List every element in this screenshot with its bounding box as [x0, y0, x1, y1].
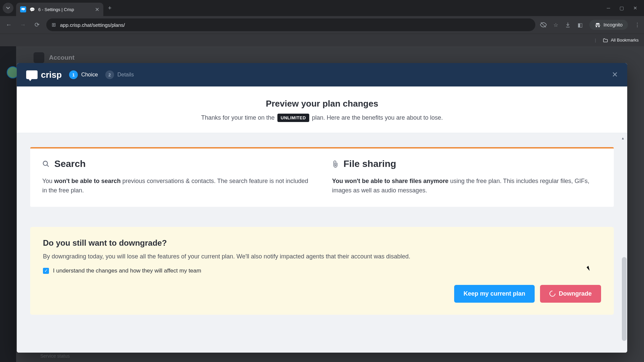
- forward-button[interactable]: →: [18, 21, 28, 28]
- close-window-icon[interactable]: ✕: [633, 5, 637, 11]
- browser-toolbar: ← → ⟳ ⊞ app.crisp.chat/settings/plans/ ☆…: [0, 16, 644, 34]
- close-tab-icon[interactable]: ✕: [95, 6, 99, 13]
- crisp-brand-text: crisp: [41, 70, 62, 80]
- minimize-icon[interactable]: ─: [607, 5, 610, 11]
- feature-description: You won't be able to search previous con…: [42, 177, 312, 195]
- close-modal-button[interactable]: ✕: [612, 70, 618, 79]
- plan-change-modal: crisp 1 Choice 2 Details ✕ Preview your …: [17, 63, 627, 353]
- understand-checkbox[interactable]: ✓: [43, 268, 49, 274]
- folder-icon: [603, 38, 608, 43]
- step-choice[interactable]: 1 Choice: [69, 70, 98, 79]
- svg-line-2: [47, 165, 49, 167]
- step-number: 2: [105, 70, 114, 79]
- tab-title: 6 - Settings | Crisp: [38, 7, 74, 12]
- paperclip-icon: [332, 160, 339, 168]
- tab-search-dropdown[interactable]: [3, 3, 13, 13]
- incognito-label: Incognito: [603, 22, 623, 27]
- confirm-title: Do you still want to downgrade?: [43, 238, 601, 248]
- step-details[interactable]: 2 Details: [105, 70, 134, 79]
- crisp-favicon-icon: [20, 6, 26, 12]
- step-label: Details: [117, 72, 134, 78]
- browser-tab[interactable]: 💬 6 - Settings | Crisp ✕: [16, 3, 103, 16]
- scrollbar-thumb[interactable]: [622, 257, 627, 341]
- intro-subtitle: Thanks for your time on the UNLIMITED pl…: [30, 114, 614, 122]
- crisp-logo-icon: [26, 70, 38, 79]
- feature-file-sharing: File sharing You won't be able to share …: [332, 159, 602, 195]
- separator: |: [595, 38, 596, 43]
- understand-checkbox-row[interactable]: ✓ I understand the changes and how they …: [43, 267, 601, 274]
- intro-title: Preview your plan changes: [30, 99, 614, 109]
- incognito-badge[interactable]: Incognito: [589, 20, 628, 30]
- keep-plan-button[interactable]: Keep my current plan: [454, 285, 535, 303]
- intro-sub-post: plan. Here are the benefits you are abou…: [312, 114, 443, 121]
- search-icon: [42, 160, 50, 168]
- side-panel-icon[interactable]: ◧: [578, 22, 583, 28]
- eye-off-icon[interactable]: [540, 21, 547, 28]
- incognito-icon: [595, 22, 601, 27]
- modal-body[interactable]: ▴ Search You won't be able to search pre…: [17, 133, 627, 353]
- maximize-icon[interactable]: ▢: [620, 5, 624, 11]
- new-tab-button[interactable]: +: [108, 5, 112, 12]
- downgrade-button[interactable]: Downgrade: [540, 285, 601, 303]
- bookmarks-bar: | All Bookmarks: [0, 34, 644, 46]
- checkbox-label: I understand the changes and how they wi…: [53, 267, 201, 274]
- back-button[interactable]: ←: [4, 21, 13, 28]
- crisp-logo: crisp: [26, 70, 62, 80]
- url-text: app.crisp.chat/settings/plans/: [60, 22, 125, 28]
- feature-title: File sharing: [343, 159, 396, 169]
- svg-point-1: [43, 161, 48, 166]
- browser-menu-icon[interactable]: ⋮: [635, 22, 640, 28]
- intro-sub-pre: Thanks for your time on the: [201, 114, 275, 121]
- step-number: 1: [69, 70, 78, 79]
- confirm-downgrade-card: Do you still want to downgrade? By downg…: [30, 227, 614, 315]
- chat-bubble-icon: 💬: [30, 7, 35, 12]
- step-label: Choice: [81, 72, 98, 78]
- spinner-icon: [548, 290, 556, 298]
- bookmark-star-icon[interactable]: ☆: [553, 22, 558, 28]
- site-settings-icon[interactable]: ⊞: [52, 22, 56, 28]
- browser-tab-strip: 💬 6 - Settings | Crisp ✕ + ─ ▢ ✕: [0, 0, 644, 16]
- scroll-up-indicator: ▴: [622, 136, 624, 140]
- confirm-subtitle: By downgrading today, you will lose all …: [43, 253, 601, 260]
- feature-title: Search: [54, 159, 86, 169]
- modal-header: crisp 1 Choice 2 Details ✕: [17, 63, 627, 86]
- chevron-down-icon: [6, 7, 10, 9]
- feature-loss-card: Search You won't be able to search previ…: [30, 147, 614, 207]
- all-bookmarks-link[interactable]: All Bookmarks: [603, 38, 639, 43]
- feature-search: Search You won't be able to search previ…: [42, 159, 312, 195]
- window-controls: ─ ▢ ✕: [607, 5, 641, 11]
- feature-description: You won't be able to share files anymore…: [332, 177, 602, 195]
- modal-intro: Preview your plan changes Thanks for you…: [17, 86, 627, 133]
- reload-button[interactable]: ⟳: [32, 21, 42, 28]
- button-row: Keep my current plan Downgrade: [43, 285, 601, 303]
- all-bookmarks-label: All Bookmarks: [611, 38, 639, 43]
- address-bar[interactable]: ⊞ app.crisp.chat/settings/plans/: [46, 18, 535, 31]
- downloads-icon[interactable]: [565, 22, 571, 28]
- plan-badge: UNLIMITED: [277, 114, 309, 122]
